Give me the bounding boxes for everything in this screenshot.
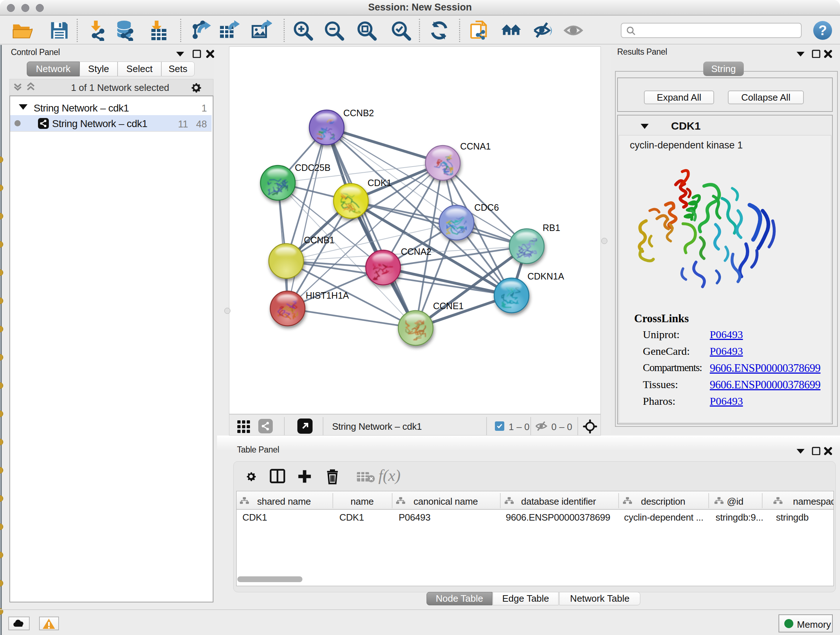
svg-text:CCNA1: CCNA1 [460,141,491,151]
svg-text:CDKN1A: CDKN1A [527,271,564,281]
svg-text:CCNB1: CCNB1 [304,235,335,245]
svg-text:CCNA2: CCNA2 [401,247,431,257]
svg-text:CCNE1: CCNE1 [433,301,464,311]
svg-text:HIST1H1A: HIST1H1A [306,290,349,301]
svg-text:CCNB2: CCNB2 [343,108,374,118]
svg-text:RB1: RB1 [543,223,561,233]
svg-text:CDC25B: CDC25B [295,163,331,173]
svg-text:CDC6: CDC6 [474,203,499,212]
svg-text:CDK1: CDK1 [368,178,392,188]
